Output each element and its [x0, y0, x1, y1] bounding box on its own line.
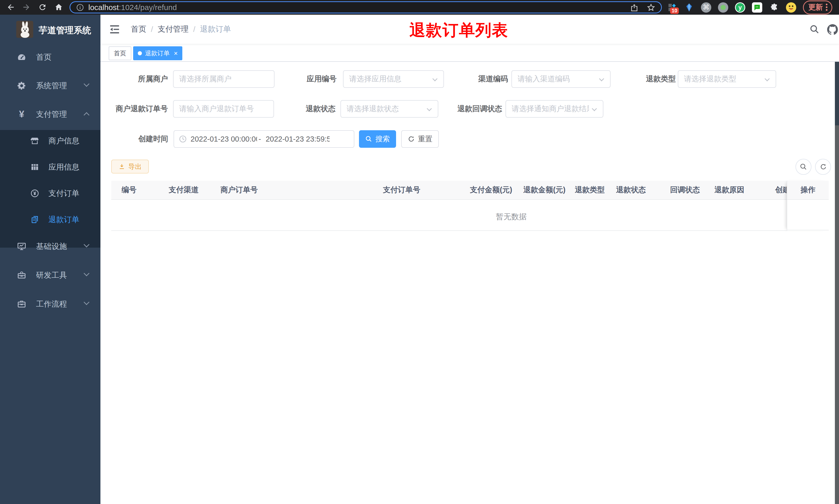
refresh-icon — [408, 136, 415, 143]
github-icon[interactable] — [827, 24, 838, 35]
refund-status-select[interactable]: 请选择退款状态 — [340, 100, 438, 118]
extensions-puzzle-icon[interactable] — [769, 2, 779, 13]
sidebar-item-pay-order[interactable]: 支付订单 — [0, 180, 101, 206]
table-empty-row — [111, 200, 787, 231]
channel-select[interactable]: 请输入渠道编码 — [512, 70, 611, 88]
sidebar-item-label: 支付管理 — [36, 109, 67, 120]
merchant-refund-no-input[interactable]: 请输入商户退款订单号 — [173, 100, 274, 118]
sidebar-item-workflow[interactable]: 工作流程 — [0, 290, 101, 318]
sidebar-item-app-info[interactable]: 应用信息 — [0, 154, 101, 180]
column-header: 退款类型 — [570, 185, 613, 195]
tag-refund-order[interactable]: 退款订单 × — [133, 46, 182, 60]
browser-forward-icon[interactable] — [21, 2, 31, 12]
sidebar-item-pay[interactable]: ¥ 支付管理 — [0, 100, 101, 128]
app-select[interactable]: 请选择应用信息 — [343, 70, 444, 88]
extension-icon[interactable] — [752, 2, 762, 13]
browser-reload-icon[interactable] — [37, 2, 48, 12]
breadcrumb-item[interactable]: 首页 — [131, 24, 146, 35]
breadcrumb-separator: / — [193, 25, 195, 34]
placeholder-text: 请输入渠道编码 — [518, 74, 570, 84]
filter-label: 退款类型 — [611, 70, 676, 88]
dashboard-icon — [17, 53, 26, 62]
sidebar-item-label: 首页 — [36, 52, 52, 62]
chevron-up-icon — [84, 112, 90, 118]
chevron-down-icon — [84, 81, 90, 87]
search-button-label: 搜索 — [375, 134, 390, 144]
sidebar-item-home[interactable]: 首页 — [0, 43, 101, 71]
export-button[interactable]: 导出 — [111, 160, 149, 174]
extension-icon[interactable] — [684, 2, 694, 13]
store-icon — [30, 137, 39, 145]
sidebar: 芋道管理系统 首页 系统管理 ¥ 支付管理 商户信息 应用信息 支付订单 退款订… — [0, 15, 101, 504]
filter-label: 所属商户 — [103, 70, 168, 88]
tag-label: 首页 — [114, 49, 126, 57]
sidebar-item-devtools[interactable]: 研发工具 — [0, 261, 101, 289]
chevron-down-icon — [765, 76, 770, 82]
sidebar-submenu: 商户信息 应用信息 支付订单 退款订单 — [0, 130, 101, 248]
fixed-action-column: 操作 — [787, 181, 829, 231]
extension-badge: 10 — [670, 7, 679, 14]
refresh-table-button[interactable] — [815, 159, 831, 175]
extension-icon[interactable]: ⌘ — [701, 2, 711, 13]
end-date-value[interactable]: 2022-01-23 23:59:59 — [266, 135, 329, 143]
column-header: 退款状态 — [613, 185, 659, 195]
sidebar-item-label: 支付订单 — [49, 188, 79, 199]
browser-update-button[interactable]: 更新 — [803, 1, 832, 14]
start-date-value[interactable]: 2022-01-23 00:00:00 — [191, 135, 257, 143]
chevron-down-icon — [427, 106, 432, 111]
share-icon[interactable] — [630, 3, 638, 12]
app-logo — [16, 21, 33, 38]
browser-scrollbar[interactable] — [835, 15, 839, 504]
sidebar-collapse-icon[interactable] — [109, 23, 121, 35]
merchant-input[interactable]: 请选择所属商户 — [173, 70, 274, 88]
search-button[interactable]: 搜索 — [359, 130, 396, 148]
extension-icon[interactable]: 10 — [667, 2, 677, 13]
kebab-menu-icon[interactable] — [825, 3, 828, 11]
browser-extensions: 10 ⌘ y 更新 — [667, 0, 832, 15]
sidebar-item-refund-order[interactable]: 退款订单 — [0, 207, 101, 232]
column-header: 操作 — [801, 185, 816, 195]
url-bar[interactable]: localhost :1024/pay/refund — [70, 1, 662, 13]
placeholder-text: 请选择所属商户 — [179, 74, 232, 84]
create-time-range-picker[interactable]: 2022-01-23 00:00:00 - 2022-01-23 23:59:5… — [174, 130, 354, 148]
extension-icon[interactable]: y — [735, 2, 745, 13]
notify-status-select[interactable]: 请选择通知商户退款结果 — [505, 100, 603, 118]
show-search-toggle-button[interactable] — [796, 159, 811, 175]
bookmark-star-icon[interactable] — [647, 3, 655, 12]
reset-button[interactable]: 重置 — [401, 130, 439, 148]
search-icon — [800, 163, 807, 170]
clock-icon — [179, 135, 187, 143]
grid-icon — [30, 163, 39, 172]
column-header: 创建时间 — [770, 185, 787, 195]
search-icon[interactable] — [809, 24, 820, 35]
extension-icon[interactable] — [718, 2, 728, 13]
emoji-avatar-icon[interactable] — [786, 2, 796, 13]
breadcrumb: 首页 / 支付管理 / 退款订单 — [131, 15, 231, 44]
placeholder-text: 请选择应用信息 — [349, 74, 401, 84]
refund-type-select[interactable]: 请选择退款类型 — [678, 70, 776, 88]
update-label: 更新 — [808, 2, 823, 12]
tag-home[interactable]: 首页 — [109, 46, 131, 60]
refresh-icon — [819, 163, 827, 170]
column-header: 支付渠道 — [156, 185, 209, 195]
sidebar-item-label: 应用信息 — [49, 162, 79, 173]
breadcrumb-separator: / — [151, 25, 153, 34]
breadcrumb-current: 退款订单 — [200, 24, 231, 35]
browser-back-icon[interactable] — [6, 2, 16, 12]
chevron-down-icon — [432, 76, 438, 82]
filter-label: 退款回调状态 — [437, 100, 502, 118]
column-header: 编号 — [111, 185, 156, 195]
browser-home-icon[interactable] — [54, 2, 64, 12]
sidebar-item-merchant-info[interactable]: 商户信息 — [0, 128, 101, 154]
table-header: 编号 支付渠道 商户订单号 支付订单号 支付金额(元) 退款金额(元) 退款类型… — [111, 181, 787, 200]
site-info-icon[interactable] — [76, 3, 84, 12]
close-icon[interactable]: × — [174, 50, 178, 57]
search-icon — [365, 136, 372, 143]
chevron-down-icon — [84, 242, 90, 248]
sidebar-item-system[interactable]: 系统管理 — [0, 72, 101, 100]
column-header: 支付订单号 — [373, 185, 460, 195]
tag-label: 退款订单 — [145, 49, 170, 57]
placeholder-text: 请输入商户退款订单号 — [179, 104, 254, 114]
breadcrumb-item[interactable]: 支付管理 — [158, 24, 189, 35]
sidebar-item-infra[interactable]: 基础设施 — [0, 232, 101, 260]
